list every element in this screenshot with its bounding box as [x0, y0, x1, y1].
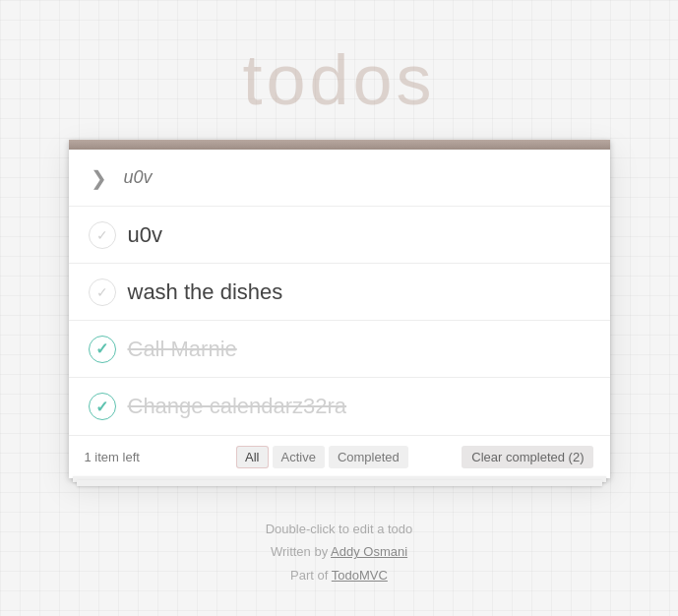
todo-app: ❯ u0v wash the dishes Call Marnie Cha [69, 140, 610, 478]
checkbox-circle-3 [89, 336, 116, 363]
todo-label-1: u0v [128, 222, 594, 248]
todo-label-2: wash the dishes [128, 279, 594, 305]
double-click-hint: Double-click to edit a todo [266, 518, 413, 540]
items-left-count: 1 item left [85, 450, 183, 464]
todomvc-link[interactable]: TodoMVC [332, 568, 388, 583]
checkbox-circle-1 [89, 221, 116, 249]
clear-completed-button[interactable]: Clear completed (2) [462, 446, 593, 468]
todo-list: u0v wash the dishes Call Marnie Change c… [69, 207, 610, 435]
todo-checkbox-3[interactable] [85, 332, 120, 367]
written-by-text: Written by [271, 544, 331, 559]
header-bar [69, 140, 610, 150]
todo-label-4: Change calendarz32ra [128, 394, 594, 419]
todo-checkbox-2[interactable] [85, 275, 120, 310]
todo-footer: 1 item left All Active Completed Clear c… [69, 435, 610, 478]
part-of-text: Part of [290, 568, 332, 583]
filter-completed[interactable]: Completed [329, 446, 408, 468]
toggle-all-button[interactable]: ❯ [85, 163, 114, 193]
app-title: todos [242, 39, 435, 120]
checkbox-circle-4 [89, 393, 116, 420]
filter-tabs: All Active Completed [236, 446, 408, 468]
todo-label-3: Call Marnie [128, 337, 594, 362]
new-todo-input[interactable] [114, 167, 594, 188]
todo-item: Call Marnie [69, 321, 610, 378]
new-todo-row: ❯ [69, 150, 610, 207]
written-by-line: Written by Addy Osmani [266, 540, 413, 563]
todo-checkbox-1[interactable] [85, 217, 120, 253]
filter-all[interactable]: All [236, 446, 268, 468]
part-of-line: Part of TodoMVC [266, 564, 413, 586]
author-link[interactable]: Addy Osmani [331, 544, 407, 559]
todo-item: Change calendarz32ra [69, 378, 610, 435]
todo-item: wash the dishes [69, 264, 610, 321]
footer-info: Double-click to edit a todo Written by A… [266, 518, 413, 586]
checkbox-circle-2 [89, 278, 116, 306]
todo-item: u0v [69, 207, 610, 264]
filter-active[interactable]: Active [273, 446, 325, 468]
todo-checkbox-4[interactable] [85, 389, 120, 424]
